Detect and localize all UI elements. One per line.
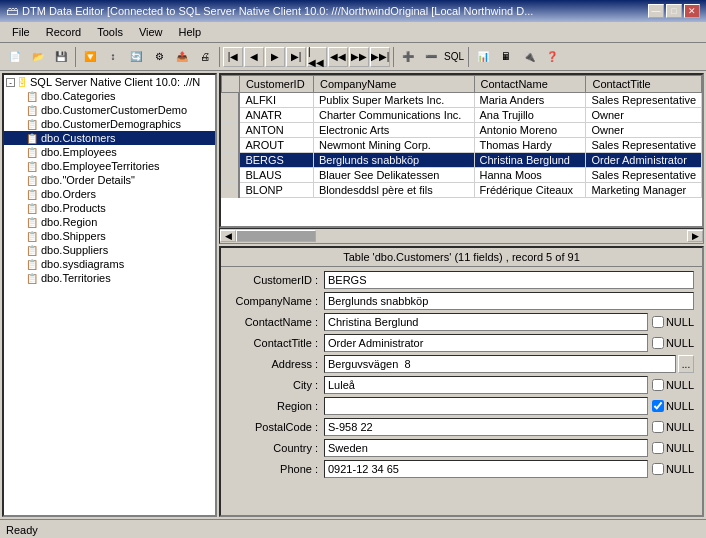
table-row[interactable]: ANTONElectronic ArtsAntonio MorenoOwner (222, 123, 702, 138)
tree-item-10[interactable]: 📋dbo.Shippers (4, 229, 215, 243)
null-check-6[interactable] (652, 400, 664, 412)
grid-col-0[interactable]: CustomerID (239, 76, 313, 93)
field-input-2[interactable] (324, 313, 648, 331)
delete-record-button[interactable]: ➖ (420, 46, 442, 68)
grid-body[interactable]: ALFKIPublix Super Markets Inc.Maria Ande… (222, 93, 702, 198)
open-button[interactable]: 📂 (27, 46, 49, 68)
minimize-button[interactable]: — (648, 4, 664, 18)
tree-item-13[interactable]: 📋dbo.Territories (4, 271, 215, 285)
tree-item-3[interactable]: 📋dbo.Customers (4, 131, 215, 145)
nav-last-button[interactable]: ▶| (286, 47, 306, 67)
scroll-left-btn[interactable]: ◀ (220, 230, 236, 242)
tree-item-label: dbo.Suppliers (41, 244, 108, 256)
grid-col-3[interactable]: ContactTitle (586, 76, 702, 93)
null-checkbox-6[interactable]: NULL (652, 400, 694, 412)
field-input-0[interactable] (324, 271, 694, 289)
refresh-button[interactable]: 🔄 (125, 46, 147, 68)
settings-button[interactable]: ⚙ (148, 46, 170, 68)
grid-cell: ANATR (239, 108, 313, 123)
nav-first-button[interactable]: |◀ (223, 47, 243, 67)
grid-cell: Blondesddsl père et fils (313, 183, 474, 198)
null-checkbox-9[interactable]: NULL (652, 463, 694, 475)
add-record-button[interactable]: ➕ (397, 46, 419, 68)
tree-item-8[interactable]: 📋dbo.Products (4, 201, 215, 215)
connect-button[interactable]: 🔌 (518, 46, 540, 68)
sort-button[interactable]: ↕ (102, 46, 124, 68)
null-check-3[interactable] (652, 337, 664, 349)
chart-button[interactable]: 📊 (472, 46, 494, 68)
menu-item-view[interactable]: View (131, 24, 171, 40)
maximize-button[interactable]: □ (666, 4, 682, 18)
field-input-6[interactable] (324, 397, 648, 415)
nav-first2-button[interactable]: |◀◀ (307, 47, 327, 67)
tree-item-0[interactable]: 📋dbo.Categories (4, 89, 215, 103)
null-checkbox-5[interactable]: NULL (652, 379, 694, 391)
field-input-7[interactable] (324, 418, 648, 436)
table-row[interactable]: BLAUSBlauer See DelikatessenHanna MoosSa… (222, 168, 702, 183)
save-button[interactable]: 💾 (50, 46, 72, 68)
tree-panel[interactable]: - 🗄 SQL Server Native Client 10.0: .//N … (2, 73, 217, 517)
grid-col-1[interactable]: CompanyName (313, 76, 474, 93)
calc-button[interactable]: 🖩 (495, 46, 517, 68)
table-icon: 📋 (26, 217, 38, 228)
field-expand-btn-4[interactable]: ... (678, 355, 694, 373)
tree-item-4[interactable]: 📋dbo.Employees (4, 145, 215, 159)
null-checkbox-2[interactable]: NULL (652, 316, 694, 328)
tree-item-6[interactable]: 📋dbo."Order Details" (4, 173, 215, 187)
tree-item-12[interactable]: 📋dbo.sysdiagrams (4, 257, 215, 271)
h-scroll-bar[interactable]: ◀ ▶ (219, 228, 704, 244)
new-button[interactable]: 📄 (4, 46, 26, 68)
field-input-9[interactable] (324, 460, 648, 478)
null-check-8[interactable] (652, 442, 664, 454)
tree-root[interactable]: - 🗄 SQL Server Native Client 10.0: .//N (4, 75, 215, 89)
null-check-9[interactable] (652, 463, 664, 475)
tree-root-expand[interactable]: - (6, 78, 15, 87)
tree-item-7[interactable]: 📋dbo.Orders (4, 187, 215, 201)
null-check-7[interactable] (652, 421, 664, 433)
field-label-7: PostalCode : (229, 421, 324, 433)
tree-item-5[interactable]: 📋dbo.EmployeeTerritories (4, 159, 215, 173)
table-row[interactable]: ALFKIPublix Super Markets Inc.Maria Ande… (222, 93, 702, 108)
tree-item-11[interactable]: 📋dbo.Suppliers (4, 243, 215, 257)
table-row[interactable]: AROUTNewmont Mining Corp.Thomas HardySal… (222, 138, 702, 153)
tree-item-9[interactable]: 📋dbo.Region (4, 215, 215, 229)
null-checkbox-8[interactable]: NULL (652, 442, 694, 454)
tree-item-2[interactable]: 📋dbo.CustomerDemographics (4, 117, 215, 131)
grid-cell: BLONP (239, 183, 313, 198)
null-check-2[interactable] (652, 316, 664, 328)
null-checkbox-3[interactable]: NULL (652, 337, 694, 349)
filter-button[interactable]: 🔽 (79, 46, 101, 68)
field-input-4[interactable] (324, 355, 676, 373)
data-grid-container[interactable]: CustomerIDCompanyNameContactNameContactT… (219, 73, 704, 228)
nav-next-button[interactable]: ▶ (265, 47, 285, 67)
help-button[interactable]: ❓ (541, 46, 563, 68)
nav-last2-button[interactable]: ▶▶| (370, 47, 390, 67)
table-row[interactable]: BLONPBlondesddsl père et filsFrédérique … (222, 183, 702, 198)
menu-item-record[interactable]: Record (38, 24, 89, 40)
grid-cell: Maria Anders (474, 93, 586, 108)
tree-item-1[interactable]: 📋dbo.CustomerCustomerDemo (4, 103, 215, 117)
null-check-5[interactable] (652, 379, 664, 391)
nav-next2-button[interactable]: ▶▶ (349, 47, 369, 67)
tree-item-label: dbo.Region (41, 216, 97, 228)
field-input-5[interactable] (324, 376, 648, 394)
close-button[interactable]: ✕ (684, 4, 700, 18)
grid-col-2[interactable]: ContactName (474, 76, 586, 93)
print-button[interactable]: 🖨 (194, 46, 216, 68)
scroll-right-btn[interactable]: ▶ (687, 230, 703, 242)
null-label-5: NULL (666, 379, 694, 391)
scroll-thumb[interactable] (236, 230, 316, 242)
field-input-3[interactable] (324, 334, 648, 352)
table-row[interactable]: BERGSBerglunds snabbköpChristina Berglun… (222, 153, 702, 168)
menu-item-help[interactable]: Help (171, 24, 210, 40)
menu-item-tools[interactable]: Tools (89, 24, 131, 40)
nav-prev2-button[interactable]: ◀◀ (328, 47, 348, 67)
sql-button[interactable]: SQL (443, 46, 465, 68)
null-checkbox-7[interactable]: NULL (652, 421, 694, 433)
export-button[interactable]: 📤 (171, 46, 193, 68)
nav-prev-button[interactable]: ◀ (244, 47, 264, 67)
table-row[interactable]: ANATRCharter Communications Inc.Ana Truj… (222, 108, 702, 123)
menu-item-file[interactable]: File (4, 24, 38, 40)
field-input-1[interactable] (324, 292, 694, 310)
field-input-8[interactable] (324, 439, 648, 457)
